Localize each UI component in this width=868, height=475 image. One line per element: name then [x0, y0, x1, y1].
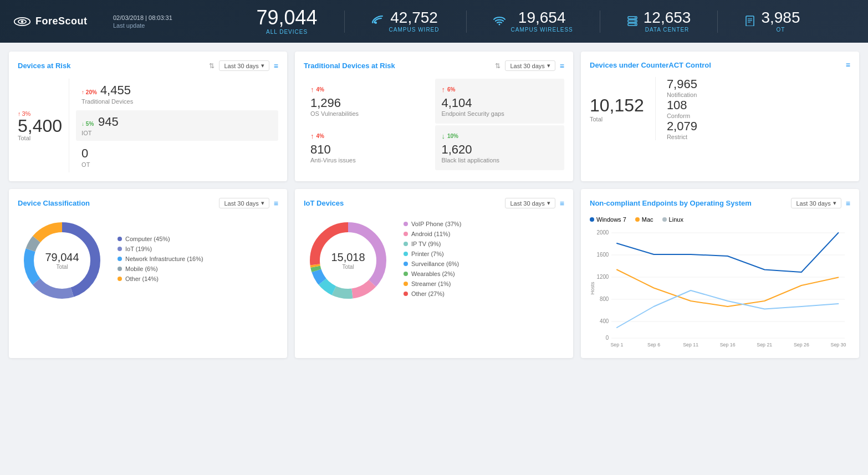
legend-dot-iot-other — [404, 292, 408, 296]
legend-label-linux: Linux — [669, 216, 683, 223]
risk-total-num: 5,400 — [18, 117, 62, 135]
trad-cell-blacklist: ↓ 10% 1,620 Black list applications — [435, 125, 565, 170]
svg-text:Sep 11: Sep 11 — [683, 342, 698, 348]
sort-icon[interactable]: ⇅ — [495, 62, 501, 70]
dropdown-last30-nce[interactable]: Last 30 days ▾ — [791, 198, 841, 208]
menu-icon[interactable]: ≡ — [846, 199, 850, 208]
legend-dot-other — [118, 277, 122, 281]
conform-label: Conform — [667, 113, 850, 119]
dropdown-last30-device-class[interactable]: Last 30 days ▾ — [219, 198, 269, 208]
card-header-counteract: Devices under CounterACT Control ≡ — [590, 60, 850, 69]
svg-text:Hosts: Hosts — [590, 282, 595, 295]
restrict-label: Restrict — [667, 134, 850, 140]
chevron-down-icon: ▾ — [547, 200, 550, 207]
legend-item-iptv: IP TV (9%) — [404, 241, 564, 247]
counteract-item-restrict: 2,079 Restrict — [667, 119, 850, 140]
risk-item-ot: 0 OT — [76, 142, 278, 172]
trad-risk-grid: ↑ 4% 1,296 OS Vulnerabilities ↑ 6% 4,104… — [304, 79, 564, 170]
card-header-trad-risk: Traditional Devices at Risk ⇅ Last 30 da… — [304, 60, 564, 71]
stat-all-devices[interactable]: 79,044 ALL DEVICES — [257, 8, 318, 35]
legend-item-mac: Mac — [635, 216, 653, 223]
card-devices-at-risk: Devices at Risk ⇅ Last 30 days ▾ ≡ ↑ 3% … — [9, 52, 287, 181]
sort-icon[interactable]: ⇅ — [209, 62, 215, 70]
ot-label: OT — [761, 27, 800, 33]
risk-item-traditional: ↑ 20% 4,455 Traditional Devices — [76, 79, 278, 109]
line-chart-area: 2000 1600 1200 800 400 0 Sep 1 Sep 6 Sep… — [590, 227, 850, 349]
legend-item-voip: VoIP Phone (37%) — [404, 221, 564, 227]
card-title-iot: IoT Devices — [304, 199, 344, 207]
legend-item-streamer: Streamer (1%) — [404, 280, 564, 287]
chart-legend: Windows 7 Mac Linux — [590, 216, 850, 223]
dropdown-last30-devices-risk[interactable]: Last 30 days ▾ — [219, 60, 269, 71]
legend-dot-windows7 — [590, 217, 594, 222]
dropdown-last30-trad-risk[interactable]: Last 30 days ▾ — [505, 60, 555, 71]
device-class-total-num: 79,044 — [45, 251, 79, 264]
chevron-down-icon: ▾ — [261, 200, 264, 207]
dashboard: Devices at Risk ⇅ Last 30 days ▾ ≡ ↑ 3% … — [0, 43, 868, 367]
svg-point-4 — [498, 24, 500, 25]
campus-wireless-num: 19,654 — [511, 10, 573, 25]
menu-icon[interactable]: ≡ — [560, 199, 564, 208]
os-vuln-pct: 4% — [316, 86, 324, 93]
risk-total-label: Total — [18, 135, 62, 141]
legend-item-iot: IoT (19%) — [118, 246, 278, 252]
campus-wired-num: 42,752 — [389, 10, 440, 25]
svg-point-2 — [21, 20, 23, 22]
menu-icon[interactable]: ≡ — [274, 199, 278, 208]
menu-icon[interactable]: ≡ — [274, 62, 278, 70]
legend-label-wearables: Wearables (2%) — [411, 270, 455, 277]
trad-cell-os-vuln: ↑ 4% 1,296 OS Vulnerabilities — [304, 79, 433, 124]
iot-donut: 15,018 Total — [304, 216, 392, 305]
legend-label-mobile: Mobile (6%) — [125, 265, 158, 272]
counteract-item-conform: 108 Conform — [667, 98, 850, 119]
legend-label-streamer: Streamer (1%) — [411, 280, 451, 287]
trad-cell-endpoint-sec: ↑ 6% 4,104 Endpoint Security gaps — [435, 79, 565, 124]
risk-total: ↑ 3% 5,400 Total — [18, 79, 69, 172]
dropdown-last30-iot[interactable]: Last 30 days ▾ — [505, 198, 555, 208]
legend-dot-mac — [635, 217, 640, 222]
stat-campus-wired[interactable]: 42,752 CAMPUS WIRED — [371, 10, 440, 33]
svg-point-3 — [375, 22, 377, 24]
os-vuln-num: 1,296 — [310, 96, 427, 110]
trad-label: Traditional Devices — [81, 98, 273, 105]
card-controls-counteract: ≡ — [846, 60, 850, 69]
data-center-label: DATA CENTER — [644, 27, 691, 33]
legend-dot-android — [404, 232, 408, 236]
device-class-donut: 79,044 Total — [18, 216, 106, 305]
stat-data-center[interactable]: 12,653 DATA CENTER — [627, 10, 691, 33]
trad-pct: ↑ 20% — [81, 89, 97, 95]
divider — [344, 11, 345, 33]
svg-text:Sep 26: Sep 26 — [794, 342, 809, 348]
risk-item-iot: ↓ 5% 945 IOT — [76, 110, 278, 141]
svg-text:Sep 6: Sep 6 — [647, 342, 660, 348]
endpoint-label: Endpoint Security gaps — [442, 110, 558, 117]
legend-label-android: Android (11%) — [411, 231, 450, 237]
stat-ot[interactable]: 3,985 OT — [744, 10, 800, 33]
endpoint-pct: 6% — [447, 86, 455, 93]
chevron-down-icon: ▾ — [261, 62, 264, 69]
header: ForeScout 02/03/2018 | 08:03:31 Last upd… — [0, 0, 868, 43]
blacklist-pct: 10% — [447, 133, 458, 139]
iot-pct: ↓ 5% — [81, 121, 95, 127]
legend-item-printer: Printer (7%) — [404, 251, 564, 257]
svg-text:1200: 1200 — [597, 274, 609, 280]
all-devices-label: ALL DEVICES — [257, 29, 318, 35]
menu-icon[interactable]: ≡ — [846, 60, 850, 69]
legend-dot-printer — [404, 252, 408, 256]
conform-num: 108 — [667, 98, 850, 113]
stat-campus-wireless[interactable]: 19,654 CAMPUS WIRELESS — [493, 10, 573, 33]
svg-point-10 — [635, 24, 636, 25]
card-header-iot: IoT Devices Last 30 days ▾ ≡ — [304, 198, 564, 208]
legend-dot-surveillance — [404, 262, 408, 266]
divider — [717, 11, 718, 33]
legend-label-windows7: Windows 7 — [596, 216, 626, 223]
legend-item-iot-other: Other (27%) — [404, 290, 564, 297]
menu-icon[interactable]: ≡ — [560, 62, 564, 70]
svg-text:400: 400 — [600, 318, 609, 324]
legend-label-surveillance: Surveillance (6%) — [411, 261, 459, 267]
chevron-down-icon: ▾ — [547, 62, 550, 69]
legend-dot-iptv — [404, 242, 408, 246]
iot-legend: VoIP Phone (37%) Android (11%) IP TV (9%… — [404, 221, 564, 300]
card-iot-devices: IoT Devices Last 30 days ▾ ≡ — [295, 189, 573, 358]
counteract-body: 10,152 Total 7,965 Notification 108 Conf… — [590, 77, 850, 140]
